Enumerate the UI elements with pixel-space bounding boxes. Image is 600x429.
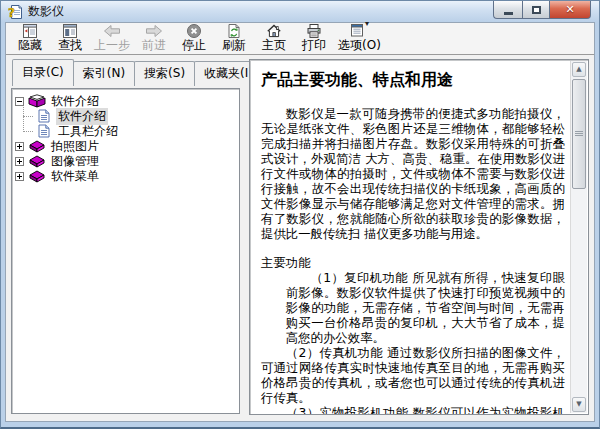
maximize-icon [532, 6, 541, 14]
expand-toggle-icon[interactable] [15, 172, 24, 181]
closed-book-icon [28, 154, 46, 168]
closed-book-icon [28, 139, 46, 153]
find-button[interactable]: 查找 [50, 21, 90, 53]
nav-tabs: 目录(C) 索引(N) 搜索(S) 收藏夹(I) [11, 59, 240, 86]
back-button: 上一步 [90, 21, 134, 53]
tree-item-photo-images[interactable]: 拍照图片 [15, 139, 236, 153]
main-area: 目录(C) 索引(N) 搜索(S) 收藏夹(I) [6, 56, 594, 421]
help-file-icon: ? [7, 4, 23, 20]
scroll-up-button[interactable]: ▲ [572, 62, 586, 77]
tree-item-label[interactable]: 工具栏介绍 [56, 123, 120, 140]
scroll-thumb[interactable] [572, 79, 586, 189]
forward-button: 前进 [134, 21, 174, 53]
tree-item-software-menu[interactable]: 软件菜单 [15, 169, 236, 183]
scroll-down-icon: ▼ [576, 400, 581, 408]
topic-page-icon [35, 109, 53, 123]
print-button[interactable]: 打印 [294, 21, 334, 53]
minimize-icon [504, 12, 513, 15]
find-icon [62, 22, 78, 39]
feature-item: （3）实物投影机功能 数影仪可以作为实物投影机使用，无论是授课、开会、展示产品等… [261, 405, 565, 414]
back-button-label: 上一步 [94, 39, 130, 52]
home-icon [266, 22, 282, 39]
feature-item: （2）传真机功能 通过数影仪所扫描的图像文件，可通过网络传真实时快速地传真至目的… [261, 345, 565, 405]
topic-page-icon [35, 124, 53, 138]
topic-title: 产品主要功能、特点和用途 [261, 70, 565, 89]
minimize-button[interactable] [493, 1, 522, 19]
home-button-label: 主页 [262, 39, 286, 52]
refresh-button[interactable]: 刷新 [214, 21, 254, 53]
dropdown-caret-icon: ▾ [365, 17, 369, 30]
tree-children: 软件介绍 [23, 109, 236, 138]
options-icon: ▾ [350, 22, 369, 39]
feature-item: （1）复印机功能 所见就有所得，快速复印眼前影像。数影仪软件提供了快速打印预览视… [286, 270, 565, 345]
expand-toggle-icon[interactable] [15, 157, 24, 166]
print-icon [306, 22, 322, 39]
tree-item-software-intro[interactable]: 软件介绍 [35, 109, 236, 123]
tree-item-label[interactable]: 软件菜单 [49, 168, 101, 185]
topic-intro-paragraph: 数影仪是一款可随身携带的便捷式多功能拍摄仪，无论是纸张文件、彩色图片还是三维物体… [261, 106, 565, 241]
open-book-icon [28, 94, 46, 108]
maximize-button[interactable] [522, 1, 550, 19]
options-button-label: 选项(O) [338, 39, 381, 52]
forward-button-label: 前进 [142, 39, 166, 52]
tree-item-toolbar-intro[interactable]: 工具栏介绍 [35, 124, 236, 138]
print-button-label: 打印 [302, 39, 326, 52]
expand-toggle-icon[interactable] [15, 142, 24, 151]
topic-content: 产品主要功能、特点和用途 数影仪是一款可随身携带的便捷式多功能拍摄仪，无论是纸张… [251, 61, 570, 414]
tree-item-image-management[interactable]: 图像管理 [15, 154, 236, 168]
client-area: 隐藏 查找 [5, 22, 595, 422]
hide-button[interactable]: 隐藏 [10, 21, 50, 53]
stop-button[interactable]: 停止 [174, 21, 214, 53]
find-button-label: 查找 [58, 39, 82, 52]
stop-icon [186, 22, 202, 39]
panel-splitter[interactable] [240, 59, 249, 415]
hide-button-label: 隐藏 [18, 39, 42, 52]
scroll-up-icon: ▲ [576, 65, 581, 73]
closed-book-icon [28, 169, 46, 183]
tab-contents[interactable]: 目录(C) [12, 59, 74, 86]
tab-search[interactable]: 搜索(S) [134, 61, 195, 86]
close-button[interactable]: ✕ [550, 1, 591, 19]
close-icon: ✕ [565, 3, 574, 16]
navigation-pane: 目录(C) 索引(N) 搜索(S) 收藏夹(I) [11, 59, 240, 415]
titlebar[interactable]: ? 数影仪 ✕ [1, 1, 599, 22]
hide-panel-icon [22, 22, 38, 39]
vertical-scrollbar[interactable]: ▲ ▼ [570, 61, 587, 413]
help-viewer-window: ? 数影仪 ✕ [0, 0, 600, 429]
refresh-icon [226, 22, 242, 39]
tab-index[interactable]: 索引(N) [73, 61, 135, 86]
collapse-toggle-icon[interactable] [15, 97, 24, 106]
scroll-thumb-grip-icon [575, 131, 583, 137]
svg-text:?: ? [8, 5, 15, 19]
back-arrow-icon [102, 22, 122, 39]
toolbar: 隐藏 查找 [6, 23, 594, 55]
home-button[interactable]: 主页 [254, 21, 294, 53]
topic-subheading: 主要功能 [261, 255, 565, 270]
scroll-down-button[interactable]: ▼ [572, 397, 586, 412]
window-title: 数影仪 [28, 3, 64, 20]
window-controls: ✕ [493, 1, 591, 19]
refresh-button-label: 刷新 [222, 39, 246, 52]
contents-tree: 软件介绍 [11, 88, 240, 414]
options-button[interactable]: ▾ 选项(O) [334, 21, 385, 53]
tree-item-software-intro-parent[interactable]: 软件介绍 [15, 94, 236, 108]
topic-pane: 产品主要功能、特点和用途 数影仪是一款可随身携带的便捷式多功能拍摄仪，无论是纸张… [249, 59, 589, 415]
stop-button-label: 停止 [182, 39, 206, 52]
forward-arrow-icon [144, 22, 164, 39]
